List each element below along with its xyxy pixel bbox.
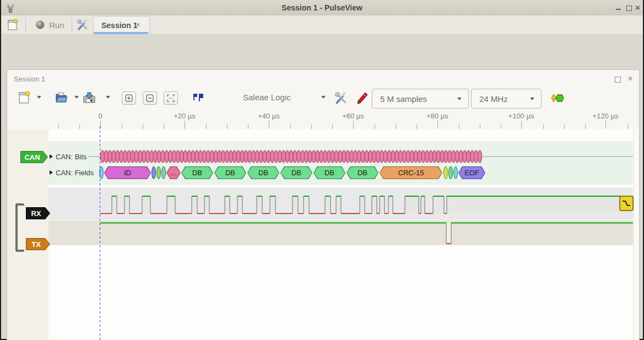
new-file-button[interactable]: [17, 90, 31, 105]
vertical-scrollbar[interactable]: [634, 129, 639, 340]
ruler-major-tick: [269, 121, 269, 129]
zoom-in-icon: [125, 94, 133, 102]
ruler-tick-label: +20 µs: [174, 112, 196, 120]
trace-group-bracket[interactable]: [15, 203, 24, 252]
decoder-icon: [550, 93, 565, 104]
device-dropdown-caret[interactable]: [321, 96, 326, 99]
ruler-tick-label: +60 µs: [342, 112, 364, 120]
pulseview-window: Session 1 - PulseView × Run: [0, 0, 644, 340]
toolbar-separator: [25, 18, 26, 32]
channels-button[interactable]: [354, 91, 369, 105]
can-field-bit: [448, 166, 453, 179]
minimize-button[interactable]: [616, 9, 621, 10]
zoom-out-button[interactable]: [143, 91, 157, 105]
ruler-minor-tick: [543, 125, 544, 129]
sample-count-value: 5 M samples: [380, 94, 457, 104]
can-field-db: DB: [313, 166, 345, 179]
toolbar-separator: [72, 18, 72, 32]
can-field-db: DB: [280, 166, 312, 179]
rate-dropdown-caret: [530, 98, 534, 100]
ruler-major-tick: [437, 121, 438, 129]
open-dropdown-caret[interactable]: [74, 96, 79, 99]
ruler-major-tick: [100, 121, 101, 129]
trigger-marker-falling-edge[interactable]: [619, 196, 634, 211]
waveform-view[interactable]: [48, 129, 633, 340]
ruler-tick-label: +100 µs: [508, 112, 534, 120]
subwindow-close-icon[interactable]: ×: [627, 73, 633, 84]
subwindow-title: Session 1: [14, 75, 45, 83]
sample-rate-select[interactable]: 24 MHz: [471, 89, 542, 109]
open-button[interactable]: [54, 90, 68, 105]
ruler-minor-tick: [396, 125, 396, 129]
ruler-tick-label: +80 µs: [426, 112, 448, 120]
ruler-major-tick: [185, 121, 185, 129]
ruler-minor-tick: [206, 125, 207, 129]
decoder-tag-label: CAN: [24, 153, 40, 161]
ruler-tick-label: +120 µs: [593, 112, 619, 120]
new-session-button[interactable]: [6, 18, 20, 31]
ruler-minor-tick: [164, 125, 164, 129]
tab-session-1[interactable]: Session 1 ×: [93, 16, 150, 34]
settings-button[interactable]: [75, 18, 90, 32]
zoom-out-icon: [146, 94, 154, 102]
restore-icon[interactable]: [615, 77, 621, 83]
add-decoder-button[interactable]: [550, 92, 565, 104]
can-field-bit: [161, 166, 166, 179]
wrench-screwdriver-icon: [334, 91, 348, 105]
close-button[interactable]: ×: [635, 3, 640, 12]
save-dropdown-caret[interactable]: [106, 96, 110, 99]
tab-label: Session 1: [101, 21, 137, 30]
can-field-bit: [453, 166, 458, 179]
can-field-db: DB: [247, 166, 279, 179]
time-ruler[interactable]: 0+20 µs+40 µs+60 µs+80 µs+100 µs+120 µs: [7, 109, 638, 129]
can-field-id: ID: [104, 166, 151, 179]
session-subwindow: Session 1 ×: [7, 69, 640, 340]
ruler-major-tick: [521, 121, 522, 129]
sample-count-select[interactable]: 5 M samples: [372, 89, 469, 109]
save-button[interactable]: [82, 90, 97, 105]
ruler-minor-tick: [480, 125, 480, 129]
signal-tag-tx[interactable]: TX: [26, 238, 50, 250]
ruler-minor-tick: [79, 125, 80, 129]
ruler-tick-label: 0: [98, 112, 102, 120]
ruler-minor-tick: [564, 125, 565, 129]
decoder-row-bits-label[interactable]: CAN: Bits: [56, 153, 86, 161]
ruler-minor-tick: [143, 125, 143, 129]
maximize-button[interactable]: [626, 6, 632, 11]
expand-arrow-icon[interactable]: [50, 154, 53, 159]
probe-icon: [355, 91, 368, 105]
decoder-row-fields-label[interactable]: CAN: Fields: [56, 169, 94, 177]
run-button[interactable]: Run: [31, 18, 69, 32]
can-field-db: DB: [214, 166, 246, 179]
can-field-bit: [443, 166, 448, 179]
zoom-fit-icon: [167, 94, 175, 102]
cursors-icon: [192, 92, 204, 104]
title-bar[interactable]: Session 1 - PulseView ×: [1, 0, 643, 16]
ruler-major-tick: [353, 121, 354, 129]
mdi-area: Session 1 ×: [1, 34, 643, 339]
run-state-icon: [36, 20, 45, 29]
ruler-minor-tick: [290, 125, 291, 129]
expand-arrow-icon[interactable]: [50, 170, 53, 175]
zoom-in-button[interactable]: [122, 91, 136, 105]
ruler-minor-tick: [227, 125, 228, 129]
window-title: Session 1 - PulseView: [1, 3, 643, 12]
time-zero-cursor[interactable]: [100, 126, 100, 340]
samples-dropdown-caret: [457, 98, 462, 100]
tab-close-icon[interactable]: ×: [136, 20, 140, 29]
zoom-fit-button[interactable]: [164, 91, 178, 105]
ruler-minor-tick: [58, 125, 59, 129]
signal-tag-rx[interactable]: RX: [26, 207, 50, 219]
rx-tag-label: RX: [31, 209, 41, 218]
device-selector[interactable]: Saleae Logic: [243, 93, 291, 102]
show-cursors-button[interactable]: [191, 91, 205, 105]
open-folder-icon: [55, 91, 68, 104]
ruler-minor-tick: [311, 125, 312, 129]
can-field-…: …: [166, 166, 181, 179]
device-config-button[interactable]: [333, 91, 349, 105]
new-file-dropdown-caret[interactable]: [37, 96, 41, 99]
decoder-tag-can[interactable]: CAN: [20, 151, 48, 163]
tools-icon: [76, 18, 89, 31]
can-field-eof: EOF: [458, 166, 485, 179]
run-label: Run: [49, 20, 64, 30]
